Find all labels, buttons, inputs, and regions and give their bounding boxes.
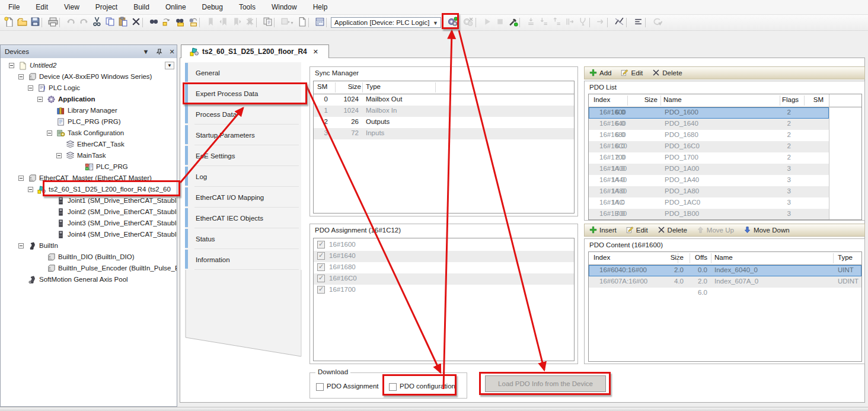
bookmark-next-button[interactable] xyxy=(230,16,243,29)
table-row[interactable]: 16#16806.0PDO_16802 xyxy=(589,130,829,141)
tab-information[interactable]: Information xyxy=(185,249,301,270)
tree-expander-icon[interactable] xyxy=(28,85,33,91)
bookmark-prev-button[interactable] xyxy=(217,16,230,29)
replace-button[interactable] xyxy=(160,16,173,29)
pdo-checkbox[interactable] xyxy=(317,263,325,271)
step-out-button[interactable] xyxy=(550,16,563,29)
stop-button[interactable] xyxy=(493,16,506,29)
table-row[interactable]: 372Inputs xyxy=(314,128,574,139)
tree-item[interactable]: Application xyxy=(1,94,177,105)
table-row[interactable]: 16#6040:16#002.00.0Index_6040_0UINT xyxy=(589,265,861,276)
toggle-sort-button[interactable] xyxy=(631,16,645,29)
pdo-checkbox[interactable] xyxy=(317,286,325,294)
table-row[interactable]: 16#16406.0PDO_16402 xyxy=(589,119,829,130)
move-down-button[interactable]: Move Down xyxy=(743,226,790,235)
blank-page-button[interactable] xyxy=(295,16,308,29)
menu-project[interactable]: Project xyxy=(95,3,117,11)
menu-window[interactable]: Window xyxy=(272,3,297,11)
tree-item[interactable]: BuiltIn xyxy=(1,240,177,251)
tree-item[interactable]: EtherCAT_Task xyxy=(1,139,177,150)
tree-item[interactable]: MainTask xyxy=(1,150,177,161)
pdo-checkbox[interactable] xyxy=(317,275,325,282)
table-row[interactable]: 6.0 xyxy=(589,288,861,299)
cut-button[interactable] xyxy=(90,16,103,29)
pdo-assignment-row[interactable]: 16#1640 xyxy=(314,251,574,262)
print-button[interactable] xyxy=(46,16,59,29)
delete-button[interactable]: Delete xyxy=(652,69,682,78)
copy-button[interactable] xyxy=(103,16,116,29)
menu-help[interactable]: Help xyxy=(313,3,328,11)
pdo-assignment-row[interactable]: 16#1600 xyxy=(314,240,574,251)
tab-close-icon[interactable]: ✕ xyxy=(313,48,318,56)
close-icon[interactable]: ✕ xyxy=(167,47,177,56)
tab-status[interactable]: Status xyxy=(185,228,301,249)
table-row[interactable]: 16#607A:16#004.02.0Index_607A_0UDINT xyxy=(589,276,861,288)
flow-control-button[interactable] xyxy=(612,16,626,29)
tab-general[interactable]: General xyxy=(185,62,301,83)
tab-process-data[interactable]: Process Data xyxy=(185,104,301,125)
tree-expander-icon[interactable] xyxy=(37,97,43,102)
bookmark-button[interactable] xyxy=(204,16,217,29)
menu-file[interactable]: File xyxy=(8,3,20,11)
move-up-button[interactable]: Move Up xyxy=(697,226,734,235)
table-row[interactable]: 16#1B007.0PDO_1B003 xyxy=(589,209,829,220)
edit-button[interactable]: Edit xyxy=(621,69,643,78)
insert-button[interactable]: Insert xyxy=(589,226,617,235)
find-button[interactable] xyxy=(147,16,160,29)
tree-expander-icon[interactable] xyxy=(9,63,14,68)
redo-button[interactable] xyxy=(77,16,90,29)
project-settings-button[interactable] xyxy=(313,16,326,29)
table-row[interactable]: 16#17002.0PDO_17002 xyxy=(589,152,829,164)
tree-expander-icon[interactable] xyxy=(18,74,24,79)
tree-item[interactable]: Untitled2▼ xyxy=(1,60,177,71)
replace-in-files-button[interactable] xyxy=(186,16,199,29)
chevron-down-icon[interactable]: ▼ xyxy=(141,47,151,56)
tab-ethercat-iec-objects[interactable]: EtherCAT IEC Objects xyxy=(185,208,301,228)
pdo-assignment-row[interactable]: 16#16C0 xyxy=(314,273,574,285)
table-row[interactable]: 11024Mailbox In xyxy=(314,106,574,117)
menu-build[interactable]: Build xyxy=(133,3,149,11)
menu-online[interactable]: Online xyxy=(165,3,186,11)
save-button[interactable] xyxy=(28,16,42,29)
table-row[interactable]: 16#16006.0PDO_16002 xyxy=(589,107,829,119)
chevron-down-icon[interactable]: ▼ xyxy=(432,19,439,27)
menu-tools[interactable]: Tools xyxy=(239,3,256,11)
paste-button[interactable] xyxy=(116,16,129,29)
start-button[interactable] xyxy=(480,16,493,29)
tree-item[interactable]: Joint4 (SM_Drive_EtherCAT_Staubli_ xyxy=(1,229,177,240)
document-tab[interactable]: ts2_60_S1_D25_L200_floor_R4 ✕ xyxy=(181,44,329,58)
menu-view[interactable]: View xyxy=(64,3,79,11)
tab-expert-process-data[interactable]: Expert Process Data xyxy=(185,83,301,104)
undo-button[interactable] xyxy=(64,16,77,29)
tab-ethercat-i-o-mapping[interactable]: EtherCAT I/O Mapping xyxy=(185,187,301,208)
tree-combo-arrow-icon[interactable]: ▼ xyxy=(165,62,174,69)
reset-button[interactable] xyxy=(650,16,664,29)
step-into-button[interactable] xyxy=(537,16,550,29)
table-row[interactable]: 16#16C06.0PDO_16C02 xyxy=(589,141,829,152)
bookmark-clear-button[interactable] xyxy=(243,16,256,29)
tree-expander-icon[interactable] xyxy=(47,130,52,136)
table-row[interactable]: 16#1A4014.0PDO_1A403 xyxy=(589,175,829,186)
tree-item[interactable]: PLC_PRG (PRG) xyxy=(1,116,177,128)
table-row[interactable]: 16#1AC14.0PDO_1AC03 xyxy=(589,197,829,209)
logout-button[interactable] xyxy=(460,16,476,29)
tree-item[interactable]: BuiltIn_Pulse_Encoder (BuiltIn_Pulse_Enc xyxy=(1,263,177,274)
tree-expander-icon[interactable] xyxy=(18,176,24,181)
menu-edit[interactable]: Edit xyxy=(36,3,48,11)
single-cycle-button[interactable] xyxy=(594,16,607,29)
tree-item[interactable]: Joint1 (SM_Drive_EtherCAT_Staubli_ xyxy=(1,195,177,206)
step-over-button[interactable] xyxy=(524,16,537,29)
table-row[interactable]: 01024Mailbox Out xyxy=(314,94,574,106)
tab-log[interactable]: Log xyxy=(185,166,301,187)
table-row[interactable]: 226Outputs xyxy=(314,117,574,128)
tree-item[interactable]: SoftMotion General Axis Pool xyxy=(1,274,177,285)
tab-startup-parameters[interactable]: Startup Parameters xyxy=(185,125,301,145)
pdo-assignment-row[interactable]: 16#1680 xyxy=(314,262,574,273)
tree-item[interactable]: EtherCAT_Master (EtherCAT Master) xyxy=(1,173,177,184)
pdo-assignment-checkbox[interactable] xyxy=(316,383,324,391)
tree-expander-icon[interactable] xyxy=(28,187,33,192)
tree-item[interactable]: PLC_PRG xyxy=(1,161,177,173)
tree-item[interactable]: ts2_60_S1_D25_L200_floor_R4 (ts2_60 xyxy=(1,184,177,195)
pin-icon[interactable] xyxy=(154,47,164,56)
tree-item[interactable]: Library Manager xyxy=(1,105,177,116)
